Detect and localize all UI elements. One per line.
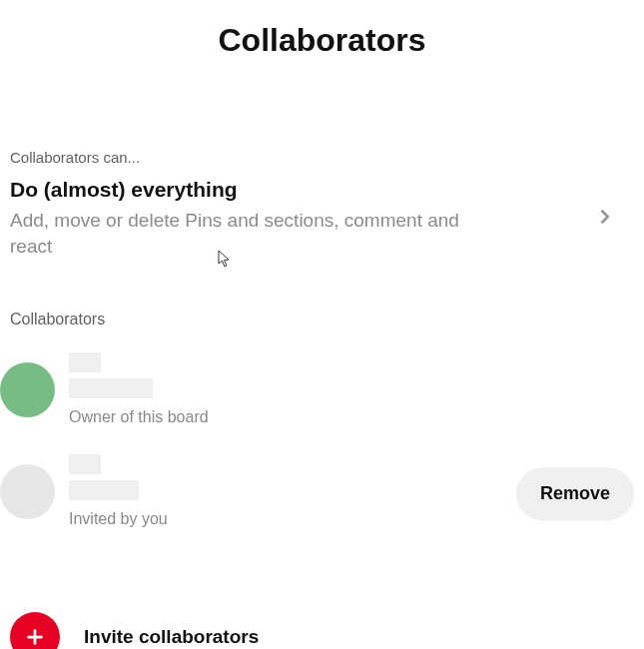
permission-option-row[interactable]: Do (almost) everything Add, move or dele…	[0, 166, 644, 259]
name-placeholder	[69, 480, 139, 500]
permission-title: Do (almost) everything	[10, 178, 489, 202]
name-placeholder	[69, 454, 101, 474]
collaborator-info: Invited by you	[69, 454, 168, 528]
collaborators-section-label: Collaborators	[0, 311, 644, 328]
name-placeholder	[69, 378, 153, 398]
remove-button[interactable]: Remove	[516, 467, 634, 520]
collaborator-role: Invited by you	[69, 510, 168, 528]
collaborator-list: Owner of this board Invited by you Remov…	[0, 346, 644, 550]
avatar	[0, 464, 55, 519]
name-placeholder	[69, 352, 101, 372]
plus-icon	[10, 612, 60, 649]
permissions-section-label: Collaborators can...	[0, 149, 644, 166]
chevron-right-icon	[594, 206, 616, 232]
collaborator-row: Owner of this board	[0, 346, 644, 448]
avatar	[0, 362, 55, 417]
collaborator-role: Owner of this board	[69, 408, 209, 426]
permission-subtitle: Add, move or delete Pins and sections, c…	[10, 208, 489, 259]
collaborator-row: Invited by you Remove	[0, 448, 644, 550]
page-title: Collaborators	[0, 0, 644, 79]
invite-label: Invite collaborators	[84, 626, 259, 648]
permission-text-wrap: Do (almost) everything Add, move or dele…	[10, 178, 489, 259]
invite-collaborators-row[interactable]: Invite collaborators	[0, 612, 644, 649]
collaborator-info: Owner of this board	[69, 352, 209, 426]
